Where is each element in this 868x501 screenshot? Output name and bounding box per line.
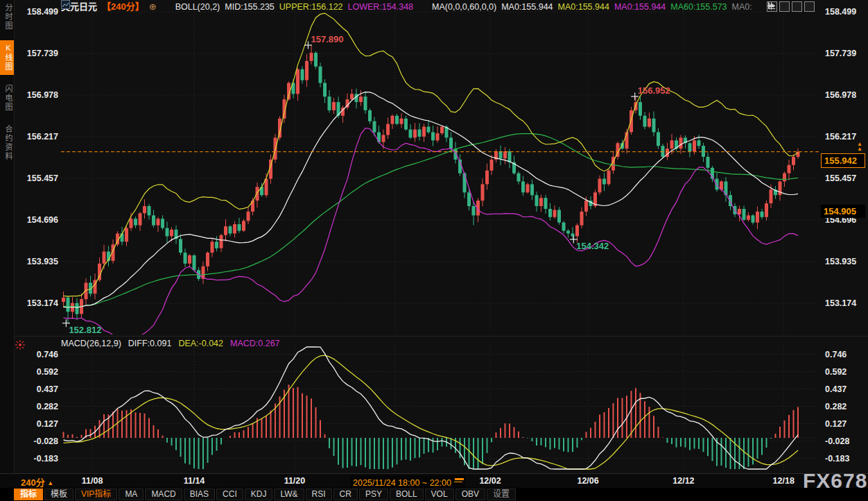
time-axis: 240分 ▲ 2025/11/24 18:00 ~ 22:00 一 11/081…	[0, 473, 868, 488]
sidebar-item-inactive[interactable]: 闪电图	[0, 81, 14, 115]
toolbar-item[interactable]: 指标	[14, 489, 43, 500]
macd-tick-label: -0.028	[825, 436, 868, 447]
date-tick-label: 11/20	[275, 476, 314, 486]
ma-name: MA(0,0,0,60,0,0)	[432, 0, 496, 14]
macd-tick-label: -0.028	[17, 436, 58, 447]
price-tick-label: 158.499	[17, 6, 58, 17]
date-tick-label: 12/18	[764, 476, 803, 486]
toolbar-item[interactable]: LW&	[274, 489, 304, 500]
macd-tick-label: 0.282	[17, 401, 58, 412]
date-tick-label: 11/14	[175, 476, 214, 486]
indicator-toolbar: 指标模板VIP指标MAMACDBIASCCIKDJLW&RSICRPSYBOLL…	[0, 488, 868, 501]
price-annotation: 152.812	[69, 325, 101, 335]
period-label: 【240分】	[102, 0, 144, 14]
price-tick-label: 157.739	[17, 48, 58, 59]
price-tick-label: 155.457	[825, 173, 868, 184]
macd-tick-label: 0.282	[825, 401, 868, 412]
toolbar-item[interactable]: CCI	[216, 489, 243, 500]
boll-lower: LOWER:154.348	[348, 0, 414, 14]
ma60-value: MA60:155.573	[670, 0, 727, 14]
sidebar: 分时图K线图闪电图合约资料	[0, 0, 15, 473]
macd-header: MACD(26,12,9) DIFF:0.091 DEA:-0.042 MACD…	[61, 339, 280, 348]
ma0-value-2: MA0:155.944	[558, 0, 609, 14]
macd-dea-value: DEA:-0.042	[178, 339, 223, 348]
sidebar-item-inactive[interactable]: 分时图	[0, 0, 14, 34]
ma0-empty: MA0:	[732, 0, 752, 14]
chart-tools	[767, 1, 815, 12]
boll-chart-icon	[162, 3, 171, 12]
date-tick-label: 12/06	[568, 476, 607, 486]
watermark-fx678: FX678	[803, 469, 867, 493]
boll-mid: MID:155.235	[225, 0, 275, 14]
hover-position-marker	[455, 478, 464, 480]
toolbar-item[interactable]: CR	[333, 489, 358, 500]
toolbar-item[interactable]: 设置	[487, 489, 516, 500]
last-price-badge: 155.942	[821, 153, 865, 168]
price-tick-label: 153.935	[17, 256, 58, 267]
macd-name: MACD(26,12,9)	[61, 339, 121, 348]
hover-time-tooltip: 2025/11/24 18:00 ~ 22:00 一	[350, 475, 465, 489]
toolbar-item[interactable]: BOLL	[390, 489, 424, 500]
scale-axes-icon[interactable]	[792, 1, 802, 12]
toolbar-item[interactable]: 模板	[44, 489, 73, 500]
price-annotation: 157.890	[311, 34, 343, 44]
sidebar-item-active[interactable]: K线图	[0, 40, 14, 75]
toolbar-item[interactable]: MACD	[145, 489, 182, 500]
macd-tick-label: 0.592	[825, 366, 868, 377]
period-selector[interactable]: 240分 ▲	[21, 475, 53, 489]
macd-tick-label: -0.183	[825, 453, 868, 464]
price-tick-label: 156.978	[825, 90, 868, 101]
toolbar-item[interactable]: RSI	[306, 489, 332, 500]
toolbar-item[interactable]: PSY	[359, 489, 388, 500]
price-tick-label: 153.174	[825, 298, 868, 309]
chart-header: 美元日元 【240分】 ⊕ BOLL(20,2) MID:155.235 UPP…	[61, 0, 752, 14]
toolbar-item[interactable]: MA	[119, 489, 144, 500]
date-tick-label: 12/02	[471, 476, 510, 486]
price-tick-label: 156.217	[17, 131, 58, 142]
macd-tick-label: 0.127	[825, 418, 868, 430]
price-tick-label: 156.978	[17, 90, 58, 101]
price-tick-label: 157.739	[825, 48, 868, 59]
sidebar-item-inactive[interactable]: 合约资料	[0, 121, 14, 164]
macd-tick-label: -0.183	[17, 453, 58, 464]
date-tick-label: 12/12	[664, 476, 703, 486]
ma-chart-icon	[418, 3, 427, 12]
macd-hist-value: MACD:0.267	[230, 339, 280, 348]
price-tick-label: 154.696	[17, 214, 58, 226]
toolbar-item[interactable]: OBV	[455, 489, 485, 500]
boll-upper: UPPER:156.122	[279, 0, 343, 14]
macd-tick-label: 0.746	[17, 349, 58, 360]
zoom-axes-icon[interactable]	[779, 1, 790, 12]
add-indicator-icon[interactable]: ⊕	[149, 0, 157, 14]
macd-tick-label: 0.437	[17, 384, 58, 395]
toolbar-item[interactable]: VIP指标	[75, 489, 117, 500]
toolbar-item[interactable]: BIAS	[184, 489, 215, 500]
price-up-arrows-icon: ▲▲	[857, 142, 862, 151]
app-root: 分时图K线图闪电图合约资料 美元日元 【240分】 ⊕ BOLL(20,2) M…	[0, 0, 868, 501]
date-tick-label: 11/08	[73, 476, 112, 486]
price-tick-label: 153.935	[825, 256, 868, 267]
toolbar-item[interactable]: KDJ	[245, 489, 273, 500]
price-annotation: 154.342	[576, 241, 609, 251]
panel-divider	[15, 336, 868, 337]
price-annotation: 156.952	[638, 85, 670, 96]
ma0-value-3: MA0:155.944	[614, 0, 666, 14]
price-tick-label: 155.457	[17, 173, 58, 184]
macd-tick-label: 0.437	[825, 384, 868, 395]
macd-tick-label: 0.746	[825, 349, 868, 360]
boll-name: BOLL(20,2)	[175, 0, 220, 14]
price-marker-badge: 154.905	[821, 205, 865, 218]
macd-diff-value: DIFF:0.091	[128, 339, 172, 348]
macd-tick-label: 0.592	[17, 366, 58, 377]
macd-tick-label: 0.127	[17, 418, 58, 430]
price-tick-label: 153.174	[17, 298, 58, 309]
price-tick-label: 158.499	[825, 6, 868, 17]
pan-right-icon[interactable]	[804, 1, 815, 12]
toolbar-item[interactable]: VOL	[425, 489, 454, 500]
ma0-value-1: MA0:155.944	[501, 0, 553, 14]
chart-canvas[interactable]	[0, 0, 868, 474]
